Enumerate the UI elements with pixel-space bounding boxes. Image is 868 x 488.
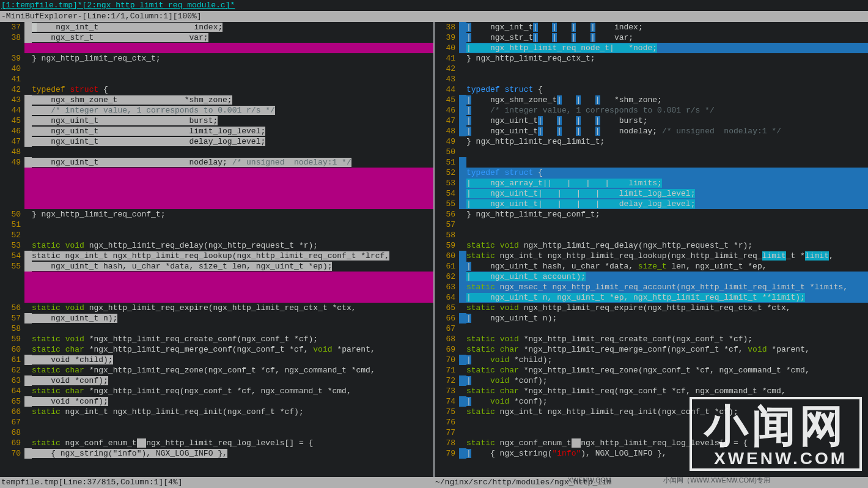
code-line[interactable]: 46 ngx_uint_t limit_log_level; bbox=[0, 126, 433, 136]
code-line[interactable]: 54static ngx_int_t ngx_http_limit_req_lo… bbox=[0, 251, 433, 261]
code-text[interactable]: | { ngx_string("info"), NGX_LOG_INFO }, bbox=[466, 448, 868, 459]
code-line[interactable]: 72| void *conf); bbox=[435, 375, 868, 386]
code-line[interactable]: 73static char *ngx_http_limit_req(ngx_co… bbox=[435, 386, 868, 396]
code-line[interactable]: 71static char *ngx_http_limit_req_zone(n… bbox=[435, 365, 868, 375]
code-line[interactable]: 70| void *child); bbox=[435, 355, 868, 365]
code-text[interactable] bbox=[32, 220, 433, 230]
right-code-area[interactable]: 38| ngx_int_t| | | | index;39| ngx_str_t… bbox=[435, 22, 868, 459]
code-text[interactable]: | ngx_uint_t account); bbox=[466, 272, 868, 282]
code-line[interactable]: 69static char *ngx_http_limit_req_merge_… bbox=[435, 344, 868, 355]
code-text[interactable]: | ngx_int_t| | | | index; bbox=[466, 22, 868, 32]
code-line[interactable]: 69static ngx_conf_enum_t ngx_http_limit_… bbox=[0, 438, 433, 448]
code-text[interactable] bbox=[32, 168, 433, 178]
code-text[interactable]: | ngx_http_limit_req_node_t| *node; bbox=[466, 43, 868, 53]
code-line[interactable]: 62| ngx_uint_t account); bbox=[435, 272, 868, 282]
code-line[interactable]: 50} ngx_http_limit_req_conf_t; bbox=[0, 209, 433, 220]
code-line[interactable]: 39| ngx_str_t| | | | var; bbox=[435, 32, 868, 43]
code-line[interactable]: 64| ngx_uint_t n, ngx_uint_t *ep, ngx_ht… bbox=[435, 292, 868, 303]
code-text[interactable]: ngx_int_t index; bbox=[32, 22, 433, 32]
code-line[interactable]: 38 ngx_str_t var; bbox=[0, 32, 433, 43]
code-text[interactable]: ngx_str_t var; bbox=[32, 32, 433, 43]
code-line[interactable]: 67 bbox=[435, 323, 868, 334]
code-text[interactable]: | ngx_uint_t| | | | limit_log_level; bbox=[466, 188, 868, 199]
code-line[interactable]: 61 void *child); bbox=[0, 355, 433, 365]
code-text[interactable]: | void *child); bbox=[466, 355, 868, 365]
code-text[interactable] bbox=[466, 427, 868, 438]
code-line[interactable] bbox=[0, 199, 433, 209]
right-pane[interactable]: 38| ngx_int_t| | | | index;39| ngx_str_t… bbox=[435, 22, 868, 477]
code-text[interactable] bbox=[466, 417, 868, 427]
code-text[interactable] bbox=[32, 199, 433, 209]
code-text[interactable]: static void ngx_http_limit_req_delay(ngx… bbox=[32, 240, 433, 251]
code-text[interactable]: ngx_uint_t delay_log_level; bbox=[32, 136, 433, 147]
code-text[interactable]: ngx_uint_t n); bbox=[32, 313, 433, 323]
code-text[interactable]: | ngx_uint_t n); bbox=[466, 313, 868, 323]
code-line[interactable]: 55 ngx_uint_t hash, u_char *data, size_t… bbox=[0, 261, 433, 272]
left-code-area[interactable]: 37 ngx_int_t index;38 ngx_str_t var;39} … bbox=[0, 22, 433, 459]
code-text[interactable] bbox=[466, 230, 868, 240]
code-text[interactable]: ngx_uint_t burst; bbox=[32, 116, 433, 126]
code-line[interactable]: 75static ngx_int_t ngx_http_limit_req_in… bbox=[435, 407, 868, 417]
code-line[interactable]: 42typedef struct { bbox=[0, 84, 433, 95]
code-line[interactable]: 65 void *conf); bbox=[0, 396, 433, 407]
code-line[interactable] bbox=[0, 272, 433, 282]
code-line[interactable]: 44 /* integer value, 1 corresponds to 0.… bbox=[0, 105, 433, 116]
code-text[interactable] bbox=[466, 323, 868, 334]
code-line[interactable]: 37 ngx_int_t index; bbox=[0, 22, 433, 32]
code-text[interactable]: void *child); bbox=[32, 355, 433, 365]
code-text[interactable]: | ngx_uint_t| | | | burst; bbox=[466, 116, 868, 126]
code-text[interactable]: { ngx_string("info"), NGX_LOG_INFO }, bbox=[32, 448, 433, 459]
code-text[interactable]: static char *ngx_http_limit_req_zone(ngx… bbox=[32, 365, 433, 375]
code-line[interactable]: 58 bbox=[435, 230, 868, 240]
code-text[interactable] bbox=[466, 74, 868, 84]
code-text[interactable]: | void *conf); bbox=[466, 396, 868, 407]
code-text[interactable]: typedef struct { bbox=[466, 84, 868, 95]
code-line[interactable]: 41} ngx_http_limit_req_ctx_t; bbox=[435, 53, 868, 64]
code-line[interactable]: 59static void ngx_http_limit_req_delay(n… bbox=[435, 240, 868, 251]
code-text[interactable]: | ngx_uint_t hash, u_char *data, size_t … bbox=[466, 261, 868, 272]
code-line[interactable]: 41 bbox=[0, 74, 433, 84]
code-text[interactable]: static ngx_msec_t ngx_http_limit_req_acc… bbox=[466, 282, 868, 292]
code-text[interactable] bbox=[32, 230, 433, 240]
code-text[interactable] bbox=[32, 417, 433, 427]
code-text[interactable]: | ngx_str_t| | | | var; bbox=[466, 32, 868, 43]
code-text[interactable]: static ngx_int_t ngx_http_limit_req_look… bbox=[466, 251, 868, 261]
code-line[interactable]: 38| ngx_int_t| | | | index; bbox=[435, 22, 868, 32]
code-text[interactable] bbox=[32, 282, 433, 292]
code-line[interactable]: 68static void *ngx_http_limit_req_create… bbox=[435, 334, 868, 344]
code-line[interactable] bbox=[0, 178, 433, 188]
code-text[interactable]: void *conf); bbox=[32, 375, 433, 386]
code-text[interactable]: } ngx_http_limit_req_conf_t; bbox=[32, 209, 433, 220]
code-line[interactable]: 44typedef struct { bbox=[435, 84, 868, 95]
code-line[interactable]: 50 bbox=[435, 147, 868, 157]
code-line[interactable]: 60static char *ngx_http_limit_req_merge_… bbox=[0, 344, 433, 355]
code-line[interactable]: 61| ngx_uint_t hash, u_char *data, size_… bbox=[435, 261, 868, 272]
code-text[interactable] bbox=[32, 43, 433, 53]
code-text[interactable]: static char *ngx_http_limit_req(ngx_conf… bbox=[32, 386, 433, 396]
code-line[interactable]: 53static void ngx_http_limit_req_delay(n… bbox=[0, 240, 433, 251]
code-line[interactable]: 56} ngx_http_limit_req_conf_t; bbox=[435, 209, 868, 220]
code-text[interactable]: static void *ngx_http_limit_req_create_c… bbox=[32, 334, 433, 344]
code-text[interactable]: } ngx_http_limit_req_ctx_t; bbox=[466, 53, 868, 64]
code-line[interactable]: 70 { ngx_string("info"), NGX_LOG_INFO }, bbox=[0, 448, 433, 459]
code-text[interactable] bbox=[466, 220, 868, 230]
code-text[interactable]: ngx_shm_zone_t *shm_zone; bbox=[32, 95, 433, 105]
code-line[interactable]: 51 bbox=[0, 220, 433, 230]
code-text[interactable] bbox=[32, 74, 433, 84]
code-text[interactable]: /* integer value, 1 corresponds to 0.001… bbox=[32, 105, 433, 116]
code-line[interactable]: 77 bbox=[435, 427, 868, 438]
code-line[interactable]: 64static char *ngx_http_limit_req(ngx_co… bbox=[0, 386, 433, 396]
code-text[interactable]: typedef struct { bbox=[32, 84, 433, 95]
code-text[interactable]: | void *conf); bbox=[466, 375, 868, 386]
code-line[interactable] bbox=[0, 43, 433, 53]
code-text[interactable]: void *conf); bbox=[32, 396, 433, 407]
code-text[interactable] bbox=[466, 64, 868, 74]
code-text[interactable]: | ngx_uint_t| | | | delay_log_level; bbox=[466, 199, 868, 209]
code-line[interactable]: 66| ngx_uint_t n); bbox=[435, 313, 868, 323]
code-text[interactable]: } ngx_http_limit_req_conf_t; bbox=[466, 209, 868, 220]
code-line[interactable]: 65static void ngx_http_limit_req_expire(… bbox=[435, 303, 868, 313]
code-text[interactable]: } ngx_http_limit_req_ctx_t; bbox=[32, 53, 433, 64]
code-line[interactable]: 62static char *ngx_http_limit_req_zone(n… bbox=[0, 365, 433, 375]
code-line[interactable] bbox=[0, 168, 433, 178]
code-text[interactable]: static void ngx_http_limit_req_expire(ng… bbox=[32, 303, 433, 313]
